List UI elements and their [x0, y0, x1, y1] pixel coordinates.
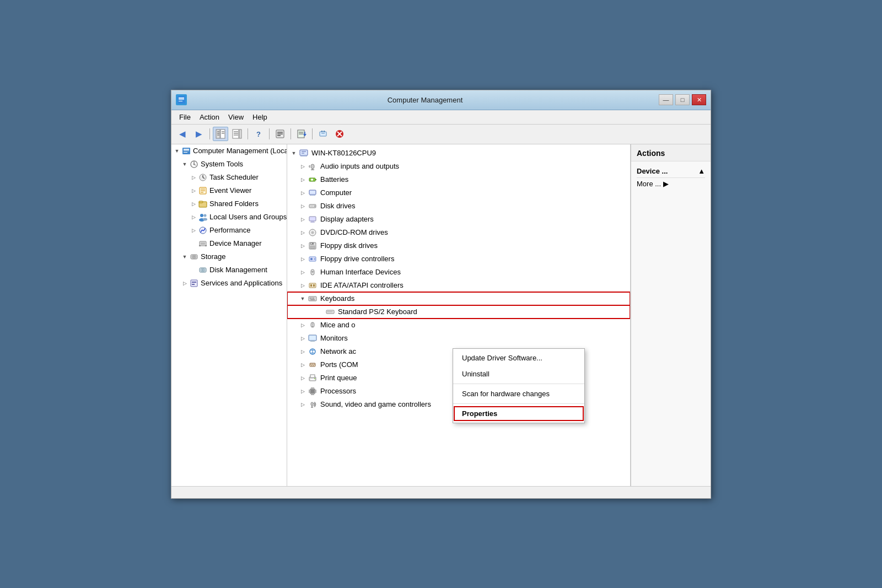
device-floppy-ctrl-label: Floppy drive controllers [320, 255, 394, 263]
tree-system-tools[interactable]: ▼ System Tools [171, 158, 287, 171]
services-label: Services and Applications [201, 279, 282, 287]
event-viewer-expander[interactable]: ▷ [189, 186, 198, 195]
menu-bar: File Action View Help [171, 110, 711, 125]
window-controls: — □ ✕ [659, 94, 706, 105]
properties-button[interactable] [272, 127, 288, 141]
actions-section-title: Device ... ▲ [637, 165, 705, 178]
device-mice[interactable]: ▷ Mice and o [287, 319, 630, 332]
svg-point-63 [202, 269, 203, 271]
minimize-button[interactable]: — [659, 94, 673, 105]
svg-rect-3 [179, 101, 182, 101]
system-tools-expander[interactable]: ▼ [180, 160, 189, 169]
menu-view[interactable]: View [224, 111, 248, 123]
device-root-label: WIN-KT80126CPU9 [311, 149, 376, 157]
device-mice-label: Mice and o [320, 321, 356, 329]
device-ide-label: IDE ATA/ATAPI controllers [320, 281, 404, 289]
device-keyboards[interactable]: ▼ Keyboards [287, 292, 630, 305]
actions-more[interactable]: More ... ▶ [637, 178, 705, 190]
performance-icon [198, 225, 208, 235]
local-users-expander[interactable]: ▷ [189, 213, 198, 222]
toolbar-separator-2 [248, 128, 248, 139]
actions-collapse-icon[interactable]: ▲ [698, 167, 705, 175]
root-expander[interactable]: ▼ [173, 147, 181, 155]
plugin2-button[interactable] [332, 127, 347, 141]
menu-action[interactable]: Action [195, 111, 224, 123]
device-monitors-label: Monitors [320, 334, 348, 342]
device-ps2-keyboard[interactable]: ▷ Standard PS/2 Keyboard [287, 305, 630, 319]
tree-device-manager[interactable]: ▷ Device Manager [171, 237, 287, 250]
tree-disk-management[interactable]: ▷ Disk Management [171, 263, 287, 277]
task-scheduler-icon [198, 172, 208, 182]
system-tools-icon [189, 159, 199, 169]
device-display[interactable]: ▷ Display adapters [287, 213, 630, 226]
svg-rect-105 [309, 296, 316, 301]
storage-expander[interactable]: ▼ [180, 252, 189, 261]
device-audio[interactable]: ▷ Audio inputs and outputs [287, 160, 630, 173]
context-uninstall[interactable]: Uninstall [453, 366, 584, 382]
performance-label: Performance [209, 226, 250, 234]
context-menu: Update Driver Software... Uninstall Scan… [453, 348, 585, 423]
svg-rect-69 [300, 156, 307, 157]
svg-rect-5 [220, 130, 225, 138]
close-button[interactable]: ✕ [692, 94, 706, 105]
services-expander[interactable]: ▷ [180, 279, 189, 288]
main-content: ▼ Computer Management (Local) ▼ [171, 144, 711, 486]
tree-task-scheduler[interactable]: ▷ Task Scheduler [171, 171, 287, 184]
svg-rect-65 [192, 282, 196, 283]
shared-folders-label: Shared Folders [209, 199, 259, 208]
device-ide[interactable]: ▷ IDE ATA/ATAPI controllers [287, 279, 630, 292]
actions-header: Actions [631, 144, 711, 161]
performance-expander[interactable]: ▷ [189, 226, 198, 235]
device-root-expander[interactable]: ▼ [289, 150, 298, 156]
tree-performance[interactable]: ▷ Performance [171, 224, 287, 237]
tree-event-viewer[interactable]: ▷ Event Viewer [171, 184, 287, 197]
context-separator [453, 384, 584, 384]
svg-point-90 [312, 232, 313, 233]
device-batteries[interactable]: ▷ Batteries [287, 173, 630, 186]
export-button[interactable] [294, 127, 309, 141]
menu-file[interactable]: File [175, 111, 195, 123]
status-bar [171, 486, 711, 498]
svg-point-128 [313, 365, 314, 366]
device-ps2-label: Standard PS/2 Keyboard [338, 308, 417, 316]
tree-local-users[interactable]: ▷ Local Users and Groups [171, 211, 287, 224]
device-dvd[interactable]: ▷ DVD/CD-ROM drives [287, 226, 630, 239]
context-properties[interactable]: Properties [453, 406, 584, 422]
context-scan[interactable]: Scan for hardware changes [453, 386, 584, 402]
tree-storage[interactable]: ▼ Storage [171, 250, 287, 263]
svg-rect-111 [327, 311, 329, 312]
show-action-pane-button[interactable] [229, 127, 245, 141]
task-scheduler-expander[interactable]: ▷ [189, 173, 198, 182]
tree-services[interactable]: ▷ Services and Applications [171, 277, 287, 290]
help-button[interactable]: ? [251, 127, 266, 141]
device-root[interactable]: ▼ WIN-KT80126CPU9 [287, 147, 630, 160]
device-hid[interactable]: ▷ Human Interface Devices [287, 266, 630, 279]
svg-point-51 [204, 214, 207, 217]
device-computer[interactable]: ▷ Computer [287, 186, 630, 199]
svg-point-125 [312, 364, 313, 365]
tree-shared-folders[interactable]: ▷ Shared Folders [171, 197, 287, 211]
back-button[interactable]: ◀ [175, 127, 190, 141]
shared-folders-icon [198, 199, 208, 209]
context-update-driver[interactable]: Update Driver Software... [453, 350, 584, 366]
tree-root[interactable]: ▼ Computer Management (Local) [171, 144, 287, 158]
device-floppy-ctrl[interactable]: ▷ Floppy drive controllers [287, 252, 630, 266]
device-disk-drives[interactable]: ▷ Disk drives [287, 199, 630, 213]
plugin1-button[interactable] [315, 127, 331, 141]
device-floppy[interactable]: ▷ Floppy disk drives [287, 239, 630, 252]
local-users-label: Local Users and Groups [209, 213, 287, 221]
menu-help[interactable]: Help [248, 111, 272, 123]
root-icon [181, 146, 191, 156]
maximize-button[interactable]: □ [675, 94, 690, 105]
show-console-tree-button[interactable] [213, 127, 228, 141]
device-monitors[interactable]: ▷ Monitors [287, 332, 630, 345]
actions-section: Device ... ▲ More ... ▶ [631, 161, 711, 192]
shared-folders-expander[interactable]: ▷ [189, 199, 198, 208]
context-separator-2 [453, 403, 584, 404]
device-manager-spacer: ▷ [189, 239, 198, 248]
toolbar-separator-5 [312, 128, 313, 139]
svg-rect-108 [313, 298, 314, 299]
forward-button[interactable]: ▶ [191, 127, 207, 141]
device-disk-drives-label: Disk drives [320, 202, 356, 210]
svg-rect-12 [239, 130, 241, 138]
